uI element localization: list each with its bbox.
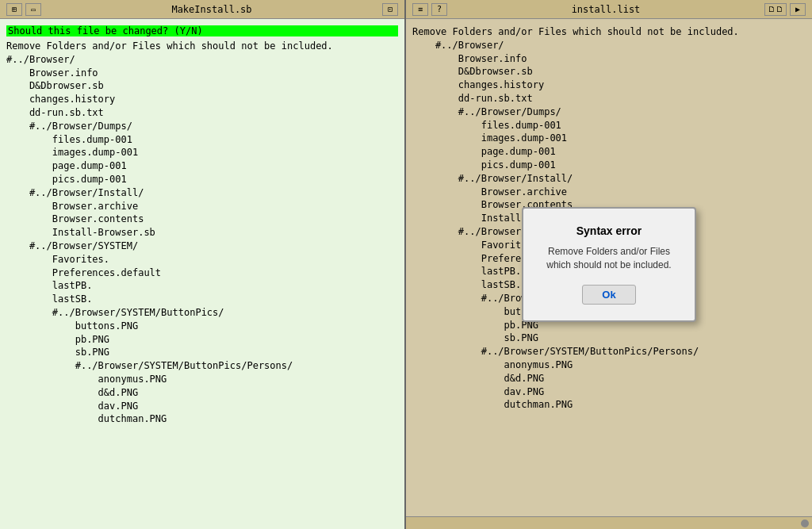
dialog-overlay: Syntax error Remove Folders and/or Files…	[406, 0, 812, 529]
right-panel: ≡ ? install.list 🗋🗋 ▶ Remove Folders and…	[406, 0, 812, 529]
left-titlebar-controls: ⊞ ▭	[6, 3, 41, 16]
left-window-title: MakeInstall.sb	[41, 4, 382, 15]
dialog-message: Remove Folders and/or Files which should…	[539, 245, 679, 272]
dialog-title: Syntax error	[539, 224, 679, 237]
left-titlebar: ⊞ ▭ MakeInstall.sb ⊡	[0, 0, 404, 19]
highlighted-prompt-line: Should this file be changed? (Y/N)	[6, 25, 398, 36]
left-editor-area[interactable]: Should this file be changed? (Y/N) Remov…	[0, 19, 404, 529]
left-editor-content[interactable]: Remove Folders and/or Files which should…	[6, 40, 398, 426]
syntax-error-dialog: Syntax error Remove Folders and/or Files…	[522, 207, 696, 322]
left-window-close-button[interactable]: ⊡	[382, 3, 398, 16]
left-window-tile-button[interactable]: ⊞	[6, 3, 22, 16]
left-window-icon-button[interactable]: ▭	[25, 3, 41, 16]
dialog-ok-button[interactable]: Ok	[582, 285, 635, 305]
left-panel: ⊞ ▭ MakeInstall.sb ⊡ Should this file be…	[0, 0, 406, 529]
